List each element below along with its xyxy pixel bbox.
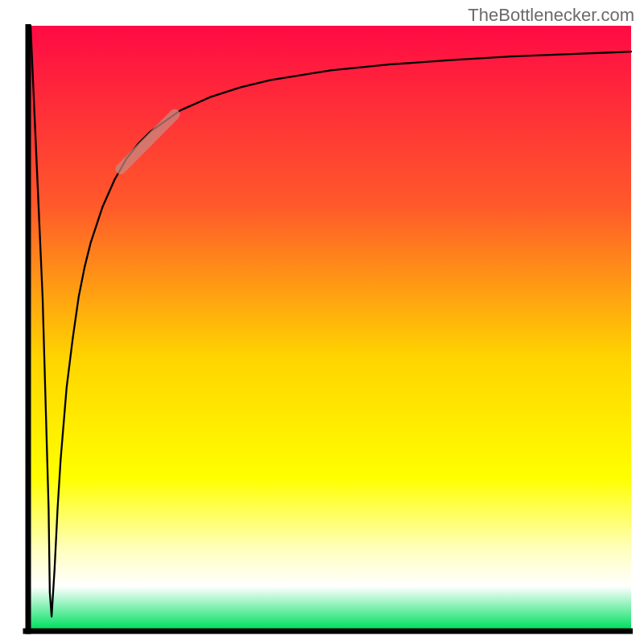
chart-container — [13, 24, 633, 634]
plot-background — [31, 26, 631, 629]
attribution-label: TheBottlenecker.com — [468, 5, 634, 26]
chart-svg — [13, 24, 633, 634]
